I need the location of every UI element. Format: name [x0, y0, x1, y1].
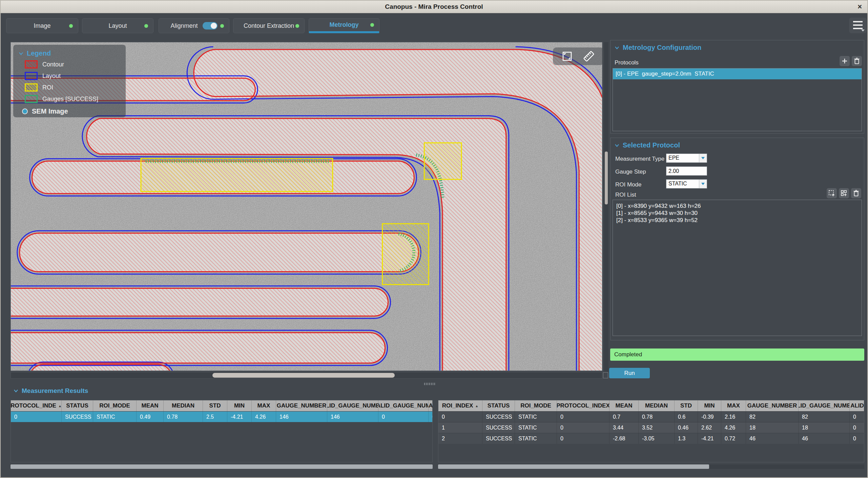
column-header[interactable]: MAX — [252, 400, 276, 411]
table-cell: 2.16 — [721, 412, 746, 422]
vertical-scrollbar[interactable] — [604, 42, 608, 372]
roi-list-item[interactable]: [0] - x=8390 y=9432 w=163 h=26 — [616, 202, 858, 210]
measurement-type-dropdown[interactable]: EPE — [666, 154, 707, 163]
tab-label: Metrology — [329, 21, 358, 28]
sem-viewer-panel: Legend Contour Layout ROI Gauges [SUCCES… — [9, 39, 608, 382]
section-title: Selected Protocol — [623, 141, 680, 149]
column-header[interactable]: GAUGE_NUMBER — [276, 400, 327, 411]
roi-mode-dropdown[interactable]: STATIC — [666, 179, 707, 188]
table-cell: 2.5 — [203, 412, 227, 422]
add-roi-button[interactable] — [827, 188, 837, 198]
alignment-toggle[interactable] — [203, 22, 218, 29]
column-header[interactable]: STD — [203, 400, 227, 411]
left-table-scrollbar-thumb[interactable] — [11, 464, 433, 469]
column-header[interactable]: GAUGE_NUMBER — [746, 400, 799, 411]
column-header[interactable]: MIN — [698, 400, 721, 411]
tab-image[interactable]: Image — [6, 18, 78, 33]
legend-item-contour[interactable]: Contour — [25, 60, 126, 69]
column-header[interactable]: STATUS — [62, 400, 93, 411]
layout-swatch-icon — [25, 72, 38, 80]
table-cell: 4.26 — [252, 412, 276, 422]
column-header[interactable]: ROI_MODE — [515, 400, 557, 411]
column-header[interactable]: ROTOCOL_INDE▲ — [11, 400, 62, 411]
column-header[interactable]: ALID_GAUGE_NUM — [378, 400, 429, 411]
protocol-results-table: ROTOCOL_INDE▲STATUSROI_MODEMEANMEDIANSTD… — [11, 400, 433, 462]
right-table-scrollbar-thumb[interactable] — [438, 464, 709, 469]
hamburger-menu-button[interactable] — [849, 18, 867, 33]
delete-protocol-button[interactable] — [852, 56, 862, 66]
roi-list-item[interactable]: [1] - x=8565 y=9443 w=30 h=30 — [616, 210, 858, 217]
chevron-down-icon[interactable] — [615, 144, 619, 147]
tab-contour-extraction[interactable]: Contour Extraction — [233, 18, 305, 33]
gauge-step-input[interactable] — [666, 166, 707, 176]
column-header[interactable]: MIN — [227, 400, 252, 411]
close-button[interactable]: × — [857, 2, 862, 11]
tab-metrology[interactable]: Metrology — [309, 18, 379, 33]
column-header[interactable]: MEDIAN — [639, 400, 675, 411]
add-protocol-button[interactable] — [840, 56, 850, 66]
legend-item-roi[interactable]: ROI — [25, 83, 126, 92]
trash-icon — [853, 190, 859, 197]
tab-layout[interactable]: Layout — [82, 18, 153, 33]
legend-overlay: Legend Contour Layout ROI Gauges [SUCCES… — [13, 45, 126, 117]
column-header[interactable]: MAX — [721, 400, 746, 411]
table-cell: STATIC — [515, 412, 557, 422]
column-header[interactable]: ROI_MODE — [93, 400, 137, 411]
panel-splitter[interactable] — [1, 382, 867, 386]
table-cell: STATIC — [515, 433, 557, 444]
fit-to-view-icon[interactable] — [561, 51, 573, 62]
table-cell: -0.39 — [698, 412, 721, 422]
chevron-down-icon[interactable] — [19, 52, 23, 55]
dashed-rect-plus-icon — [828, 190, 835, 197]
table-row[interactable]: 1SUCCESSSTATIC03.443.520.462.624.2618180 — [438, 422, 864, 433]
legend-item-gauges[interactable]: Gauges [SUCCESS] — [25, 95, 126, 103]
right-table-scrollbar[interactable] — [438, 464, 864, 469]
table-cell: 0.72 — [721, 433, 746, 444]
ruler-measure-icon[interactable] — [582, 50, 595, 63]
gauges-swatch-icon — [25, 95, 38, 103]
run-button[interactable]: Run — [609, 368, 650, 378]
chevron-down-icon[interactable] — [14, 389, 18, 393]
column-header[interactable]: LID_GAUGE_NUME — [327, 400, 378, 411]
roi-swatch-icon — [25, 83, 38, 92]
protocol-list-item[interactable]: [0] - EPE gauge_step=2.0nm STATIC — [613, 68, 862, 79]
table-row[interactable]: 0SUCCESSSTATIC00.70.780.6-0.392.1682820 — [438, 411, 864, 422]
horizontal-scrollbar-thumb[interactable] — [212, 373, 395, 378]
splitter-grip[interactable] — [424, 383, 435, 385]
duplicate-roi-button[interactable] — [839, 188, 849, 198]
column-header[interactable]: ROI_INDEX▲ — [438, 400, 482, 411]
column-header[interactable]: STD — [675, 400, 698, 411]
tab-alignment[interactable]: Alignment — [159, 18, 229, 33]
roi-results-table: ROI_INDEX▲STATUSROI_MODEPROTOCOL_INDEXME… — [438, 400, 864, 462]
chevron-down-icon — [861, 29, 865, 32]
left-table-scrollbar[interactable] — [11, 464, 433, 469]
column-header[interactable]: PROTOCOL_INDEX — [557, 400, 609, 411]
column-header[interactable]: MEAN — [609, 400, 639, 411]
column-header[interactable]: MEDIAN — [164, 400, 203, 411]
viewer-toolbar — [553, 47, 604, 65]
column-header[interactable]: A — [429, 400, 433, 411]
column-header[interactable]: LID_GAUGE_NUMB — [799, 400, 850, 411]
horizontal-scrollbar[interactable] — [11, 372, 602, 379]
table-cell: SUCCESS — [482, 422, 515, 433]
roi-list-item[interactable]: [2] - x=8533 y=9365 w=39 h=52 — [616, 217, 858, 224]
table-cell: 0 — [557, 433, 609, 444]
legend-item-layout[interactable]: Layout — [25, 72, 126, 80]
chevron-down-icon[interactable] — [615, 46, 619, 49]
app-window: { "window": { "title": "Canopus - Mira P… — [0, 0, 868, 478]
tab-label: Layout — [108, 22, 127, 29]
legend-item-sem-image[interactable]: SEM Image — [22, 107, 126, 115]
delete-roi-button[interactable] — [851, 188, 861, 198]
table-row[interactable]: 0SUCCESSSTATIC0.490.782.5-4.214.26146146… — [11, 411, 432, 422]
column-header[interactable]: ALID — [850, 400, 864, 411]
grid-plus-icon — [841, 190, 847, 197]
column-header[interactable]: STATUS — [482, 400, 515, 411]
status-bar: Completed — [610, 348, 864, 361]
table-cell: SUCCESS — [482, 433, 515, 444]
column-header[interactable]: MEAN — [137, 400, 164, 411]
window-title: Canopus - Mira Process Control — [385, 3, 483, 11]
table-row[interactable]: 2SUCCESSSTATIC0-2.68-3.051.3-4.210.72464… — [438, 433, 864, 444]
trash-icon — [854, 58, 860, 64]
vertical-scrollbar-thumb[interactable] — [605, 152, 608, 204]
table-cell: SUCCESS — [62, 412, 93, 422]
